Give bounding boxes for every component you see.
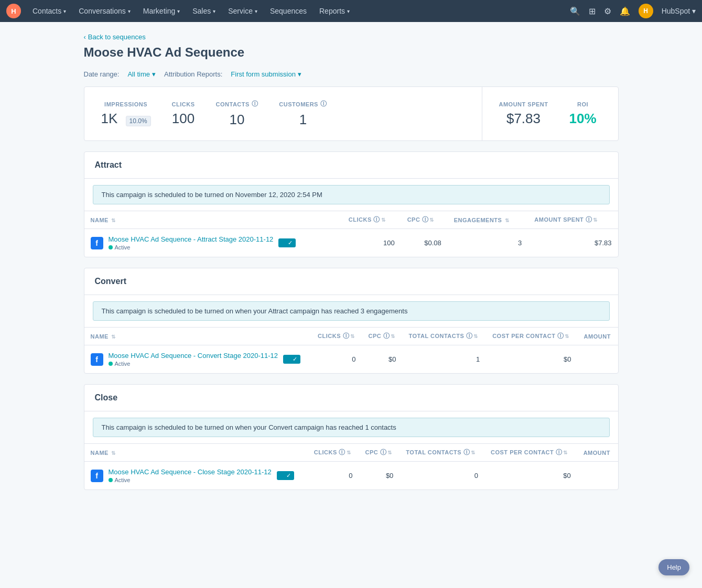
stats-card: IMPRESSIONS 1K 10.0% CLICKS 100 CONTACTS… (84, 86, 619, 141)
attract-col-amount[interactable]: AMOUNT SPENT ⓘ⇅ (528, 211, 618, 229)
convert-col-clicks[interactable]: CLICKS ⓘ⇅ (311, 328, 362, 345)
convert-section: Convert This campaign is scheduled to be… (84, 268, 619, 374)
page-title: Moose HVAC Ad Sequence (84, 45, 619, 60)
close-col-clicks[interactable]: CLICKS ⓘ⇅ (308, 444, 359, 462)
convert-col-name[interactable]: NAME ⇅ (84, 328, 312, 345)
close-name-sort: ⇅ (111, 450, 116, 456)
convert-col-cpc[interactable]: CPC ⓘ⇅ (362, 328, 403, 345)
nav-sequences[interactable]: Sequences (265, 0, 312, 22)
convert-col-amount[interactable]: AMOUNT (578, 328, 618, 345)
close-col-cost-per-contact[interactable]: COST PER CONTACT ⓘ⇅ (484, 444, 577, 462)
close-clicks-sort: ⇅ (347, 450, 351, 455)
customers-value: 1 (279, 112, 327, 128)
back-link[interactable]: ‹ Back to sequences (84, 33, 146, 41)
nav-service[interactable]: Service ▾ (223, 0, 263, 22)
attract-col-clicks[interactable]: CLICKS ⓘ⇅ (342, 211, 401, 229)
close-cpc-info: ⓘ (380, 449, 387, 456)
notifications-icon[interactable]: 🔔 (620, 6, 630, 16)
attract-row-0-link[interactable]: Moose HVAC Ad Sequence - Attract Stage 2… (109, 235, 274, 243)
attract-row-0-clicks: 100 (342, 229, 401, 257)
close-row-0-link[interactable]: Moose HVAC Ad Sequence - Close Stage 202… (109, 468, 272, 476)
convert-row-0-link[interactable]: Moose HVAC Ad Sequence - Convert Stage 2… (109, 352, 278, 360)
close-col-cpc[interactable]: CPC ⓘ⇅ (359, 444, 400, 462)
close-active-dot (109, 478, 113, 482)
nav-sales[interactable]: Sales ▾ (187, 0, 221, 22)
convert-swatch-color (285, 356, 291, 363)
close-col-total-contacts[interactable]: TOTAL CONTACTS ⓘ⇅ (399, 444, 484, 462)
convert-row-0-status: Active (109, 361, 278, 367)
convert-col-cost-per-contact[interactable]: COST PER CONTACT ⓘ⇅ (486, 328, 577, 345)
conversations-chevron: ▾ (128, 8, 131, 14)
attract-row-0-amount: $7.83 (528, 229, 618, 257)
active-dot (109, 245, 113, 249)
cpc-sort-icon: ⇅ (429, 217, 434, 223)
amount-spent-value: $7.83 (499, 111, 548, 127)
convert-col-total-contacts[interactable]: TOTAL CONTACTS ⓘ⇅ (402, 328, 486, 345)
attract-row-0-name: f Moose HVAC Ad Sequence - Attract Stage… (84, 229, 342, 257)
close-col-amount[interactable]: AMOUNT (577, 444, 618, 462)
customers-label: CUSTOMERS ⓘ (279, 100, 327, 108)
convert-row-0-cpc: $0 (362, 345, 403, 374)
close-header: Close (84, 385, 618, 411)
search-icon[interactable]: 🔍 (570, 6, 580, 16)
close-section: Close This campaign is scheduled to be t… (84, 384, 619, 490)
convert-cpc-sort: ⇅ (391, 333, 395, 339)
convert-notice: This campaign is scheduled to be turned … (93, 301, 610, 321)
attract-col-cpc[interactable]: CPC ⓘ⇅ (401, 211, 448, 229)
date-range-button[interactable]: All time ▾ (127, 70, 156, 78)
stat-roi: ROI 10% (569, 101, 597, 127)
close-cpc2-sort: ⇅ (563, 450, 568, 455)
attract-table: NAME ⇅ CLICKS ⓘ⇅ CPC ⓘ⇅ ENGAGEMENTS ⇅ AM… (84, 211, 618, 257)
attract-col-name[interactable]: NAME ⇅ (84, 211, 342, 229)
stats-left: IMPRESSIONS 1K 10.0% CLICKS 100 CONTACTS… (84, 87, 482, 140)
swatch-color (280, 240, 287, 246)
attribution-label: Attribution Reports: (164, 70, 222, 78)
contacts-value: 10 (216, 112, 258, 128)
attract-col-engagements[interactable]: ENGAGEMENTS ⇅ (448, 211, 528, 229)
close-cpc-sort: ⇅ (387, 450, 392, 455)
convert-swatch-check: ✓ (293, 356, 297, 363)
close-tc-sort: ⇅ (471, 450, 476, 455)
filters-bar: Date range: All time ▾ Attribution Repor… (84, 70, 619, 78)
nav-marketing[interactable]: Marketing ▾ (138, 0, 185, 22)
date-range-label: Date range: (84, 70, 120, 78)
convert-active-dot (109, 362, 113, 366)
facebook-icon: f (91, 237, 103, 249)
impressions-badge: 10.0% (126, 116, 151, 126)
close-color-swatch[interactable]: ✓ (277, 471, 294, 480)
attribution-button[interactable]: First form submission ▾ (231, 70, 301, 78)
convert-row-0-total-contacts: 1 (402, 345, 486, 374)
close-row-0-clicks: 0 (308, 462, 359, 490)
convert-header: Convert (84, 268, 618, 295)
apps-icon[interactable]: ⊞ (589, 6, 596, 16)
contacts-info-icon[interactable]: ⓘ (252, 100, 258, 108)
brand-label[interactable]: HubSpot ▾ (662, 7, 696, 15)
nav-reports[interactable]: Reports ▾ (314, 0, 355, 22)
clicks-info-icon: ⓘ (373, 216, 380, 223)
convert-clicks-info: ⓘ (343, 332, 350, 340)
convert-cpc-info: ⓘ (383, 332, 390, 340)
hubspot-logo[interactable]: H (6, 4, 21, 18)
page-content: ‹ Back to sequences Moose HVAC Ad Sequen… (63, 22, 640, 511)
attract-row-0-cpc: $0.08 (401, 229, 448, 257)
convert-color-swatch[interactable]: ✓ (283, 355, 300, 364)
customers-info-icon[interactable]: ⓘ (320, 100, 327, 108)
convert-row-0-cost-per-contact: $0 (486, 345, 577, 374)
close-row-0-total-contacts: 0 (399, 462, 484, 490)
nav-contacts[interactable]: Contacts ▾ (27, 0, 71, 22)
swatch-check: ✓ (288, 239, 293, 246)
stat-contacts: CONTACTS ⓘ 10 (216, 100, 258, 128)
convert-cpc2-info: ⓘ (557, 332, 564, 340)
sales-chevron: ▾ (213, 8, 215, 14)
avatar[interactable]: H (639, 4, 653, 18)
settings-icon[interactable]: ⚙ (604, 6, 611, 16)
close-col-name[interactable]: NAME ⇅ (84, 444, 308, 462)
attract-color-swatch[interactable]: ✓ (278, 238, 296, 247)
clicks-sort-icon: ⇅ (381, 217, 386, 223)
convert-row-0-name: f Moose HVAC Ad Sequence - Convert Stage… (84, 345, 312, 374)
close-row-0-cpc: $0 (359, 462, 400, 490)
nav-conversations[interactable]: Conversations ▾ (73, 0, 136, 22)
close-row-0: f Moose HVAC Ad Sequence - Close Stage 2… (84, 462, 618, 490)
close-row-0-status: Active (109, 477, 272, 483)
close-row-0-amount (577, 462, 618, 490)
